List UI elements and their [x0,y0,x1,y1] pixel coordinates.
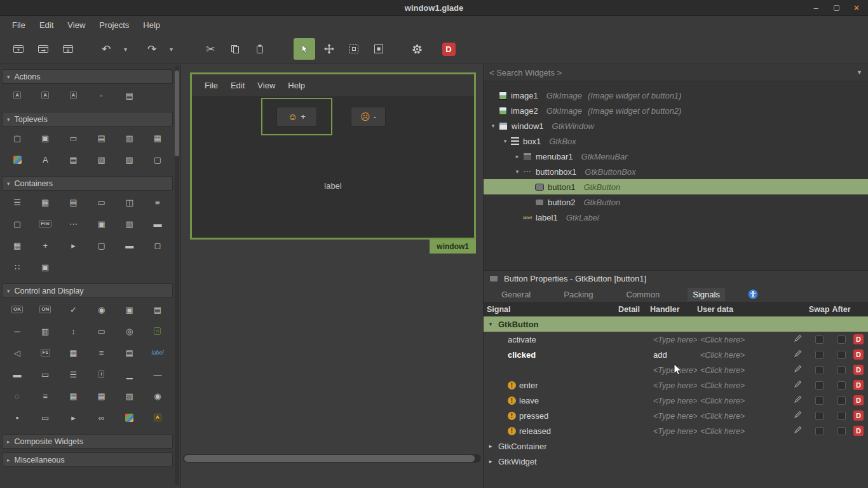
palette-item-recent-action[interactable]: ◦ [88,89,116,102]
tab-common[interactable]: Common [621,288,665,301]
design-button1[interactable]: ☺ + [276,107,317,126]
after-checkbox[interactable] [837,336,846,344]
palette-item-action[interactable]: A [3,89,31,102]
palette-item-stack[interactable]: ▣ [88,217,116,230]
after-checkbox[interactable] [837,351,846,359]
tree-row-menubar1[interactable]: ▸menubar1GtkMenuBar [484,149,868,164]
devhelp-button[interactable]: D [438,38,459,60]
palette-item-scale-button[interactable]: ◉ [144,390,172,402]
devhelp-doc-icon[interactable]: D [853,426,864,436]
palette-scrollbar[interactable] [175,65,179,485]
menu-file[interactable]: File [5,18,32,32]
palette-item-label[interactable]: label [144,346,172,359]
handler-cell[interactable]: <Type here> [650,396,697,405]
palette-item-lock-button[interactable]: ▪ [3,411,31,424]
palette-item-tree-view[interactable]: ≡ [31,390,59,402]
palette-item-frame[interactable]: ▭ [88,196,116,208]
palette-item-text-view[interactable]: ≡ [88,346,116,359]
tree-row-buttonbox1[interactable]: ▾⋯buttonbox1GtkButtonBox [484,164,868,179]
palette-item-assistant[interactable]: ▧ [88,153,116,166]
canvas-horizontal-scrollbar[interactable] [183,454,481,463]
palette-item-window[interactable]: ▢ [3,132,31,144]
palette-item-accel-label[interactable]: F1 [31,346,59,359]
palette-item-check-button[interactable]: ✓ [59,303,87,316]
palette-item-color-button[interactable]: ● [116,411,144,424]
cut-button[interactable]: ✂ [200,38,221,60]
edit-handler-icon[interactable] [794,334,802,344]
redo-menu-button[interactable]: ▾ [166,38,177,60]
menu-edit[interactable]: Edit [32,18,60,32]
palette-item-entry[interactable]: ▭ [88,325,116,337]
palette-item-application-window[interactable]: ▣ [31,132,59,144]
after-checkbox[interactable] [837,381,846,390]
palette-item-spin-button[interactable]: ↕ [59,325,87,337]
user-data-cell[interactable]: <Click here> [697,350,787,360]
maximize-button[interactable] [831,3,841,13]
undo-button[interactable]: ↶ [95,38,117,60]
palette-section-containers[interactable]: ▾Containers [2,176,173,191]
signal-class-gtkcontainer[interactable]: ▸GtkContainer [484,438,868,454]
palette-item-combo-box-text[interactable]: ▤ [116,346,144,359]
signal-row-enter[interactable]: !enter<Type here><Click here>D [484,377,868,393]
selection-box-button1[interactable]: ☺ + [261,98,332,135]
after-checkbox[interactable] [837,366,846,374]
palette-item-stack-switcher[interactable]: ▥ [116,217,144,230]
signal-row-pressed[interactable]: !pressed<Type here><Click here>D [484,408,868,423]
palette-item-calendar[interactable]: ▦ [88,390,116,402]
handler-cell[interactable]: <Type here> [650,411,697,421]
palette-item-button[interactable]: OK [3,303,31,316]
devhelp-doc-icon[interactable]: D [853,349,864,360]
palette-item-font-chooser-dialog[interactable]: A [31,153,59,166]
palette-section-actions[interactable]: ▾Actions [2,69,173,84]
palette-item-offscreen-window[interactable]: ▢ [144,153,172,166]
after-checkbox[interactable] [837,427,846,435]
signal-row-released[interactable]: !released<Type here><Click here>D [484,423,868,438]
palette-item-search-entry[interactable]: ◎ [116,325,144,337]
palette-section-control-and-display[interactable]: ▾Control and Display [2,283,173,298]
palette-section-miscellaneous[interactable]: ▸Miscellaneous [2,452,173,467]
edit-handler-icon[interactable] [794,395,802,405]
handler-cell[interactable]: <Type here> [650,426,697,436]
palette-item-flow-box[interactable]: ∷ [3,261,31,273]
palette-item-list-box[interactable]: ≡ [144,196,172,208]
palette-item-switch[interactable]: ▣ [116,303,144,316]
col-header-handler[interactable]: Handler [650,305,697,314]
user-data-cell[interactable]: <Click here> [697,365,787,375]
palette-item-file-chooser-dialog[interactable]: ▥ [116,132,144,144]
redo-button[interactable]: ↷ [141,38,163,60]
after-checkbox[interactable] [837,396,846,405]
palette-item-arrow[interactable]: ▸ [59,411,87,424]
tree-row-button1[interactable]: button1GtkButton [484,179,868,194]
edit-handler-icon[interactable] [794,426,802,436]
palette-item-scrolled-window[interactable]: ▢ [3,217,31,230]
palette-item-color-chooser-dialog[interactable]: ■ [3,153,31,166]
design-menu-view[interactable]: View [251,79,281,92]
close-button[interactable]: ✕ [851,3,862,13]
palette-item-scrollbar[interactable]: ▥ [31,325,59,337]
tab-packing[interactable]: Packing [559,288,598,301]
expander-icon[interactable]: ▾ [501,138,510,144]
devhelp-doc-icon[interactable]: D [853,410,864,421]
palette-item-toggle-action[interactable]: A [31,89,59,102]
save-button[interactable] [57,38,79,60]
swap-checkbox[interactable] [815,351,824,359]
palette-item-volume-button[interactable]: ◁ [3,346,31,359]
palette-item-button-box[interactable]: ⋯ [59,217,87,230]
user-data-cell[interactable]: <Click here> [697,381,787,390]
devhelp-doc-icon[interactable]: D [853,365,864,375]
palette-section-toplevels[interactable]: ▾Toplevels [2,112,173,126]
palette-item-icon-view[interactable]: ▦ [59,390,87,402]
expander-icon[interactable]: ▾ [513,168,522,175]
user-data-cell[interactable]: <Click here> [697,411,787,421]
swap-checkbox[interactable] [815,366,824,374]
tree-row-image2[interactable]: image2GtkImage(Image widget of button2) [484,103,868,118]
edit-handler-icon[interactable] [794,380,802,390]
selector-button[interactable] [294,38,315,60]
palette-item-link-button[interactable]: ∞ [88,411,116,424]
palette-item-separator[interactable]: — [144,368,172,381]
tree-row-button2[interactable]: button2GtkButton [484,194,868,210]
palette-item-viewport[interactable]: ▢ [88,239,116,252]
palette-item-menu-bar[interactable]: File [31,217,59,230]
palette-item-expander[interactable]: ▸ [59,239,87,252]
widget-search[interactable]: < Search Widgets > ▼ [484,64,868,81]
